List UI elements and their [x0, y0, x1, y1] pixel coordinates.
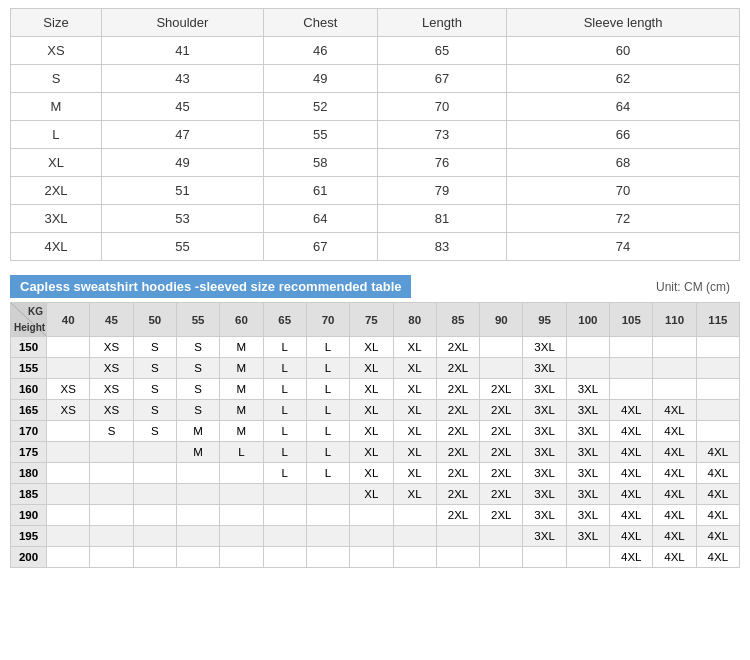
size-cell: 51 — [101, 177, 263, 205]
rec-table-row: 155XSSSMLLXLXL2XL3XL — [11, 358, 740, 379]
rec-cell: M — [220, 358, 263, 379]
rec-cell — [133, 484, 176, 505]
rec-cell: XL — [393, 421, 436, 442]
rec-cell — [480, 526, 523, 547]
rec-cell: XL — [350, 358, 393, 379]
rec-cell: 3XL — [523, 379, 566, 400]
rec-cell — [133, 442, 176, 463]
rec-cell — [306, 547, 349, 568]
size-cell: 4XL — [11, 233, 102, 261]
size-cell: 62 — [507, 65, 740, 93]
rec-cell: 2XL — [436, 463, 479, 484]
rec-cell: 2XL — [436, 505, 479, 526]
rec-cell: XL — [350, 484, 393, 505]
rec-cell — [393, 547, 436, 568]
rec-cell: 4XL — [653, 463, 696, 484]
rec-cell — [176, 463, 219, 484]
rec-cell: S — [176, 358, 219, 379]
size-cell: 46 — [263, 37, 377, 65]
size-cell: S — [11, 65, 102, 93]
rec-cell: 3XL — [566, 463, 609, 484]
rec-cell: 2XL — [436, 484, 479, 505]
rec-cell: 4XL — [610, 484, 653, 505]
size-cell: 52 — [263, 93, 377, 121]
rec-table: KG Height4045505560657075808590951001051… — [10, 302, 740, 568]
size-cell: 41 — [101, 37, 263, 65]
rec-cell: M — [220, 337, 263, 358]
rec-cell — [220, 484, 263, 505]
rec-cell: 4XL — [653, 442, 696, 463]
rec-cell: 3XL — [566, 526, 609, 547]
size-cell: 70 — [377, 93, 506, 121]
rec-cell: XS — [47, 379, 90, 400]
height-label: Height — [14, 322, 45, 333]
size-cell: 74 — [507, 233, 740, 261]
size-cell: 67 — [377, 65, 506, 93]
rec-cell: S — [176, 337, 219, 358]
size-cell: XL — [11, 149, 102, 177]
rec-cell: XL — [393, 379, 436, 400]
size-col-header: Chest — [263, 9, 377, 37]
rec-cell: 4XL — [696, 505, 739, 526]
rec-cell: XL — [393, 358, 436, 379]
size-cell: 60 — [507, 37, 740, 65]
rec-cell — [696, 358, 739, 379]
rec-cell: XS — [90, 379, 133, 400]
size-cell: 83 — [377, 233, 506, 261]
rec-cell: XL — [350, 442, 393, 463]
height-cell: 195 — [11, 526, 47, 547]
rec-table-row: 175MLLLXLXL2XL2XL3XL3XL4XL4XL4XL — [11, 442, 740, 463]
rec-cell: L — [263, 358, 306, 379]
rec-cell — [566, 337, 609, 358]
rec-cell: XL — [393, 337, 436, 358]
size-table-row: XS41466560 — [11, 37, 740, 65]
rec-cell — [220, 463, 263, 484]
rec-cell: 3XL — [523, 337, 566, 358]
rec-cell: 4XL — [610, 505, 653, 526]
rec-cell — [393, 505, 436, 526]
rec-cell — [696, 379, 739, 400]
rec-cell: 4XL — [653, 505, 696, 526]
kg-col-header: 70 — [306, 303, 349, 337]
height-cell: 190 — [11, 505, 47, 526]
rec-title: Capless sweatshirt hoodies -sleeved size… — [10, 275, 411, 298]
rec-cell: 3XL — [566, 484, 609, 505]
rec-cell: L — [306, 379, 349, 400]
size-cell: 72 — [507, 205, 740, 233]
size-cell: 70 — [507, 177, 740, 205]
kg-col-header: 90 — [480, 303, 523, 337]
corner-header: KG Height — [11, 303, 47, 337]
rec-cell — [47, 337, 90, 358]
rec-cell: 3XL — [523, 526, 566, 547]
rec-cell: 2XL — [436, 337, 479, 358]
rec-cell — [610, 337, 653, 358]
rec-cell: 4XL — [610, 400, 653, 421]
rec-cell — [610, 358, 653, 379]
rec-cell: 4XL — [610, 526, 653, 547]
rec-cell — [220, 547, 263, 568]
rec-table-header: KG Height4045505560657075808590951001051… — [11, 303, 740, 337]
rec-cell: M — [176, 421, 219, 442]
rec-cell: L — [263, 442, 306, 463]
rec-cell: 3XL — [523, 442, 566, 463]
rec-cell: L — [306, 421, 349, 442]
rec-cell — [306, 505, 349, 526]
rec-cell: XL — [350, 421, 393, 442]
rec-cell: L — [263, 337, 306, 358]
size-measurement-table: SizeShoulderChestLengthSleeve length XS4… — [10, 8, 740, 261]
size-cell: M — [11, 93, 102, 121]
rec-cell — [47, 442, 90, 463]
size-cell: 64 — [263, 205, 377, 233]
rec-cell — [90, 463, 133, 484]
rec-cell — [263, 547, 306, 568]
size-cell: 68 — [507, 149, 740, 177]
size-table-row: L47557366 — [11, 121, 740, 149]
rec-cell: L — [263, 463, 306, 484]
rec-cell: S — [133, 337, 176, 358]
size-col-header: Shoulder — [101, 9, 263, 37]
rec-table-row: 160XSXSSSMLLXLXL2XL2XL3XL3XL — [11, 379, 740, 400]
rec-cell: XL — [350, 379, 393, 400]
height-cell: 175 — [11, 442, 47, 463]
size-table-header: SizeShoulderChestLengthSleeve length — [11, 9, 740, 37]
rec-cell — [90, 526, 133, 547]
